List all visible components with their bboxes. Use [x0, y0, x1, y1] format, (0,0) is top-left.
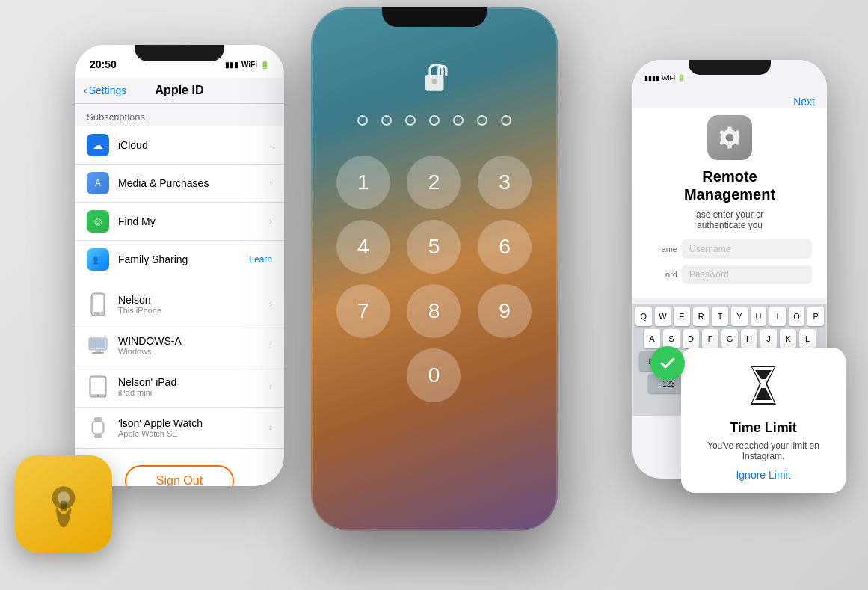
device-sub-iphone: This iPhone — [118, 306, 161, 315]
list-item-media-purchases[interactable]: A Media & Purchases › — [75, 165, 284, 203]
icloud-chevron: › — [269, 140, 272, 150]
time-limit-desc: You've reached your limit on Instagram. — [693, 440, 834, 461]
nelson-chevron: › — [269, 299, 272, 310]
back-button[interactable]: ‹ Settings — [84, 84, 126, 96]
device-watch[interactable]: 'lson' Apple Watch Apple Watch SE › — [75, 408, 284, 449]
password-input[interactable]: Password — [682, 265, 812, 284]
password-placeholder: Password — [689, 269, 729, 280]
dot-2 — [381, 115, 392, 126]
media-purchases-icon: A — [87, 172, 109, 194]
center-phone-notch — [382, 7, 487, 27]
key-4[interactable]: 4 — [336, 220, 390, 274]
time-limit-card: Time Limit You've reached your limit on … — [681, 348, 846, 493]
nav-title: Apple ID — [156, 84, 204, 97]
phone-left: 20:50 ▮▮▮ WiFi 🔋 ‹ Settings Apple ID Sub… — [75, 45, 284, 486]
key-6[interactable]: 6 — [478, 220, 532, 274]
key-l[interactable]: L — [799, 329, 816, 348]
device-sub-windows: Windows — [118, 347, 182, 356]
key-i[interactable]: I — [769, 307, 786, 326]
key-a[interactable]: A — [644, 329, 660, 348]
key-g[interactable]: G — [721, 329, 738, 348]
svg-rect-13 — [94, 417, 102, 421]
time-limit-title: Time Limit — [693, 420, 834, 436]
username-placeholder: Username — [689, 244, 730, 254]
password-label: ord — [647, 270, 677, 279]
key-h[interactable]: H — [741, 329, 757, 348]
svg-rect-2 — [61, 501, 67, 511]
scene: 20:50 ▮▮▮ WiFi 🔋 ‹ Settings Apple ID Sub… — [0, 0, 868, 590]
next-button[interactable]: Next — [632, 90, 827, 108]
key-y[interactable]: Y — [731, 307, 748, 326]
key-1[interactable]: 1 — [336, 156, 390, 209]
key-5[interactable]: 5 — [407, 220, 461, 274]
right-wifi-icon: WiFi — [662, 74, 675, 82]
svg-rect-14 — [94, 434, 102, 438]
key-j[interactable]: J — [760, 329, 777, 348]
subscriptions-label: Subscriptions — [75, 104, 284, 126]
app-icon[interactable] — [15, 455, 112, 553]
device-name-ipad: Nelson' iPad — [118, 376, 176, 388]
svg-rect-4 — [93, 295, 103, 312]
username-input[interactable]: Username — [682, 239, 812, 259]
key-o[interactable]: O — [789, 307, 805, 326]
svg-rect-7 — [90, 339, 105, 348]
ipad-icon — [87, 372, 109, 401]
key-t[interactable]: T — [712, 307, 728, 326]
devices-list: Nelson This iPhone › WINDOWS-A — [75, 284, 284, 449]
gear-icon-container — [647, 115, 812, 160]
device-ipad[interactable]: Nelson' iPad iPad mini › — [75, 366, 284, 408]
device-watch-info: 'lson' Apple Watch Apple Watch SE — [118, 417, 203, 438]
dot-5 — [453, 115, 464, 126]
family-sharing-icon: 👥 — [87, 248, 109, 271]
numpad: 1 2 3 4 5 6 7 8 9 0 — [311, 156, 558, 402]
ipad-chevron: › — [269, 381, 272, 392]
key-r[interactable]: R — [693, 307, 710, 326]
username-row: ame Username — [647, 239, 812, 259]
unlock-icon — [416, 60, 453, 100]
device-name-watch: 'lson' Apple Watch — [118, 417, 203, 429]
phone-center: 1 2 3 4 5 6 7 8 9 0 — [311, 7, 558, 531]
icloud-icon: ☁ — [87, 134, 109, 156]
left-time: 20:50 — [90, 58, 117, 70]
hourglass-icon — [693, 363, 834, 414]
key-w[interactable]: W — [655, 307, 671, 326]
key-2[interactable]: 2 — [407, 156, 461, 209]
svg-point-12 — [97, 395, 99, 396]
key-3[interactable]: 3 — [478, 156, 532, 209]
right-phone-notch — [689, 60, 771, 75]
numpad-empty-left — [333, 348, 387, 402]
list-item-icloud[interactable]: ☁ iCloud › — [75, 126, 284, 165]
key-0[interactable]: 0 — [407, 348, 461, 402]
iphone-icon — [87, 290, 109, 319]
device-nelson-iphone-info: Nelson This iPhone — [118, 294, 161, 315]
find-my-chevron: › — [269, 216, 272, 227]
list-item-family-sharing[interactable]: 👥 Family Sharing Learn — [75, 241, 284, 278]
key-f[interactable]: F — [702, 329, 718, 348]
right-signal-icons: ▮▮▮▮ WiFi 🔋 — [644, 74, 686, 82]
find-my-icon: ◎ — [87, 210, 109, 233]
green-check-badge — [650, 346, 685, 381]
device-windows[interactable]: WINDOWS-A Windows › — [75, 325, 284, 366]
lock-screen-content: 1 2 3 4 5 6 7 8 9 0 — [311, 7, 558, 531]
svg-point-18 — [431, 79, 437, 84]
signal-bars-icon: ▮▮▮▮ — [644, 74, 659, 82]
signout-button[interactable]: Sign Out — [125, 465, 234, 486]
key-u[interactable]: U — [751, 307, 767, 326]
key-8[interactable]: 8 — [407, 284, 461, 338]
key-9[interactable]: 9 — [478, 284, 532, 338]
remote-management-title: RemoteManagement — [647, 168, 812, 203]
key-e[interactable]: E — [674, 307, 690, 326]
dot-1 — [357, 115, 368, 126]
svg-rect-11 — [91, 378, 105, 394]
family-sharing-learn[interactable]: Learn — [249, 254, 272, 265]
list-item-find-my[interactable]: ◎ Find My › — [75, 203, 284, 241]
key-p[interactable]: P — [807, 307, 824, 326]
keyboard-row-1: Q W E R T Y U I O P — [635, 307, 824, 326]
find-my-label: Find My — [118, 215, 260, 227]
device-nelson-iphone[interactable]: Nelson This iPhone › — [75, 284, 284, 325]
key-7[interactable]: 7 — [336, 284, 390, 338]
ignore-limit-button[interactable]: Ignore Limit — [693, 469, 834, 481]
key-q[interactable]: Q — [635, 307, 652, 326]
key-k[interactable]: K — [780, 329, 796, 348]
key-d[interactable]: D — [683, 329, 699, 348]
